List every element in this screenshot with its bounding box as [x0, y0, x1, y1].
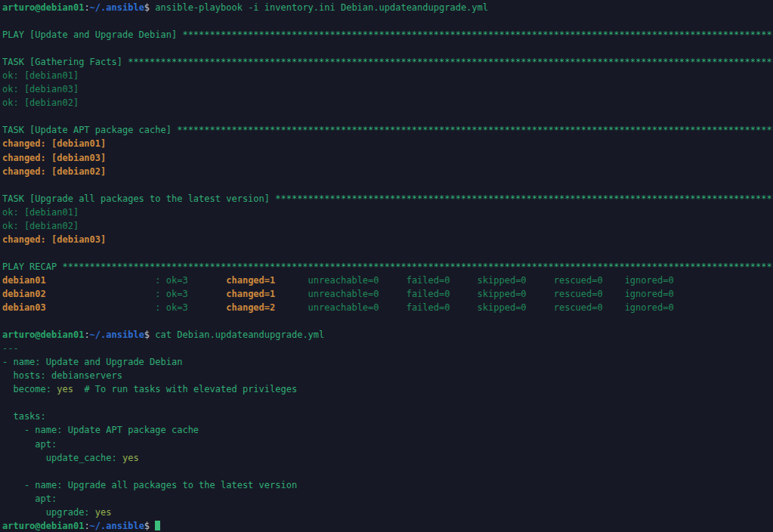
result-text: changed: [debian02] — [2, 166, 106, 177]
yaml-text: apt: — [2, 439, 57, 450]
yaml-task1-name: - name: Update APT package cache — [2, 423, 773, 437]
prompt-user-host: arturo@debian01 — [2, 2, 84, 13]
blank-line — [2, 396, 773, 410]
yaml-key: become: — [2, 384, 57, 394]
recap-changed-count: changed=2 — [226, 302, 275, 313]
yaml-text: hosts: debianservers — [2, 370, 122, 381]
task-result-ok-debian03: ok: [debian03] — [2, 82, 773, 96]
task-result-changed-debian03: changed: [debian03] — [2, 151, 773, 165]
prompt-separator: : — [84, 2, 89, 13]
blank-line — [2, 246, 773, 260]
result-text: changed: [debian03] — [2, 234, 106, 245]
blank-line — [2, 14, 773, 28]
yaml-text: - name: Upgrade all packages to the late… — [2, 480, 297, 490]
result-text: ok: [debian01] — [2, 207, 79, 218]
yaml-bool-value: yes — [122, 453, 139, 463]
task-banner-label: TASK [Upgrade all packages to the latest… — [2, 193, 275, 204]
shell-prompt-with-cursor: arturo@debian01:~/.ansible$ — [2, 519, 773, 532]
yaml-text: --- — [2, 343, 19, 354]
recap-changed-count: changed=1 — [226, 275, 275, 286]
yaml-tasks-key: tasks: — [2, 410, 773, 423]
yaml-bool-value: yes — [57, 384, 73, 394]
task-banner-label: TASK [Gathering Facts] — [2, 57, 128, 67]
banner-stars: ****************************************… — [177, 125, 773, 135]
shell-prompt-command-ansible-playbook: arturo@debian01:~/.ansible$ ansible-play… — [2, 1, 773, 14]
recap-hostname: debian03 — [2, 302, 46, 313]
play-banner: PLAY [Update and Upgrade Debian] *******… — [2, 28, 773, 42]
task-result-ok-debian01: ok: [debian01] — [2, 206, 773, 219]
banner-stars: ****************************************… — [275, 193, 773, 204]
banner-stars: ****************************************… — [62, 261, 773, 272]
result-text: ok: [debian02] — [2, 221, 79, 231]
recap-other-counts: unreachable=0 failed=0 skipped=0 rescued… — [275, 275, 673, 286]
yaml-task2-name: - name: Upgrade all packages to the late… — [2, 478, 773, 492]
task-banner-update-apt-cache: TASK [Update APT package cache] ********… — [2, 123, 773, 137]
blank-line — [2, 178, 773, 192]
recap-hostname: debian01 — [2, 275, 46, 286]
yaml-task1-apt: apt: — [2, 438, 773, 451]
yaml-text: - name: Update APT package cache — [2, 425, 199, 435]
task-result-ok-debian02: ok: [debian02] — [2, 219, 773, 233]
recap-changed-count: changed=1 — [226, 289, 275, 299]
block-cursor — [155, 521, 160, 530]
yaml-task2-apt: apt: — [2, 492, 773, 506]
task-result-changed-debian03: changed: [debian03] — [2, 233, 773, 246]
recap-row-debian01: debian01 : ok=3 changed=1 unreachable=0 … — [2, 274, 773, 287]
yaml-task2-upgrade: upgrade: yes — [2, 506, 773, 519]
yaml-task1-update-cache: update_cache: yes — [2, 451, 773, 465]
command-text: ansible-playbook -i inventory.ini Debian… — [155, 2, 488, 13]
prompt-path: ~/.ansible — [90, 329, 144, 340]
task-result-ok-debian01: ok: [debian01] — [2, 69, 773, 82]
task-result-ok-debian02: ok: [debian02] — [2, 96, 773, 110]
recap-other-counts: unreachable=0 failed=0 skipped=0 rescued… — [275, 302, 673, 313]
yaml-become: become: yes # To run tasks with elevated… — [2, 382, 773, 396]
recap-colon: : — [46, 289, 166, 299]
result-text: changed: [debian01] — [2, 138, 106, 149]
play-banner-label: PLAY [Update and Upgrade Debian] — [2, 29, 182, 40]
yaml-play-name: - name: Update and Upgrade Debian — [2, 355, 773, 369]
prompt-separator: : — [84, 329, 89, 340]
recap-hostname: debian02 — [2, 289, 46, 299]
yaml-document-start: --- — [2, 342, 773, 355]
result-text: ok: [debian01] — [2, 70, 79, 81]
blank-line — [2, 110, 773, 123]
prompt-symbol: $ — [144, 521, 155, 531]
recap-ok-count: ok=3 — [166, 275, 226, 286]
play-recap-banner: PLAY RECAP *****************************… — [2, 260, 773, 274]
recap-row-debian03: debian03 : ok=3 changed=2 unreachable=0 … — [2, 301, 773, 314]
prompt-symbol: $ — [144, 329, 155, 340]
blank-line — [2, 465, 773, 478]
yaml-bool-value: yes — [95, 507, 112, 518]
task-result-changed-debian01: changed: [debian01] — [2, 137, 773, 150]
task-banner-gathering-facts: TASK [Gathering Facts] *****************… — [2, 55, 773, 69]
command-text: cat Debian.updateandupgrade.yml — [155, 329, 324, 340]
banner-stars: ****************************************… — [128, 57, 773, 67]
recap-other-counts: unreachable=0 failed=0 skipped=0 rescued… — [275, 289, 673, 299]
blank-line — [2, 42, 773, 55]
yaml-text: - name: Update and Upgrade Debian — [2, 357, 182, 367]
yaml-hosts: hosts: debianservers — [2, 369, 773, 382]
task-result-changed-debian02: changed: [debian02] — [2, 165, 773, 178]
recap-banner-label: PLAY RECAP — [2, 261, 62, 272]
terminal[interactable]: arturo@debian01:~/.ansible$ ansible-play… — [0, 0, 773, 532]
recap-ok-count: ok=3 — [166, 289, 226, 299]
prompt-user-host: arturo@debian01 — [2, 329, 84, 340]
recap-ok-count: ok=3 — [166, 302, 226, 313]
yaml-text: tasks: — [2, 411, 46, 422]
prompt-path: ~/.ansible — [90, 521, 144, 531]
yaml-comment: # To run tasks with elevated privileges — [73, 384, 297, 394]
task-banner-upgrade-packages: TASK [Upgrade all packages to the latest… — [2, 192, 773, 206]
prompt-separator: : — [84, 521, 89, 531]
recap-colon: : — [46, 275, 166, 286]
result-text: ok: [debian03] — [2, 84, 79, 94]
recap-row-debian02: debian02 : ok=3 changed=1 unreachable=0 … — [2, 287, 773, 301]
result-text: ok: [debian02] — [2, 97, 79, 108]
recap-colon: : — [46, 302, 166, 313]
blank-line — [2, 314, 773, 328]
prompt-user-host: arturo@debian01 — [2, 521, 84, 531]
shell-prompt-command-cat: arturo@debian01:~/.ansible$ cat Debian.u… — [2, 328, 773, 342]
yaml-key: upgrade: — [2, 507, 95, 518]
task-banner-label: TASK [Update APT package cache] — [2, 125, 177, 135]
banner-stars: ****************************************… — [182, 29, 773, 40]
yaml-key: update_cache: — [2, 453, 122, 463]
